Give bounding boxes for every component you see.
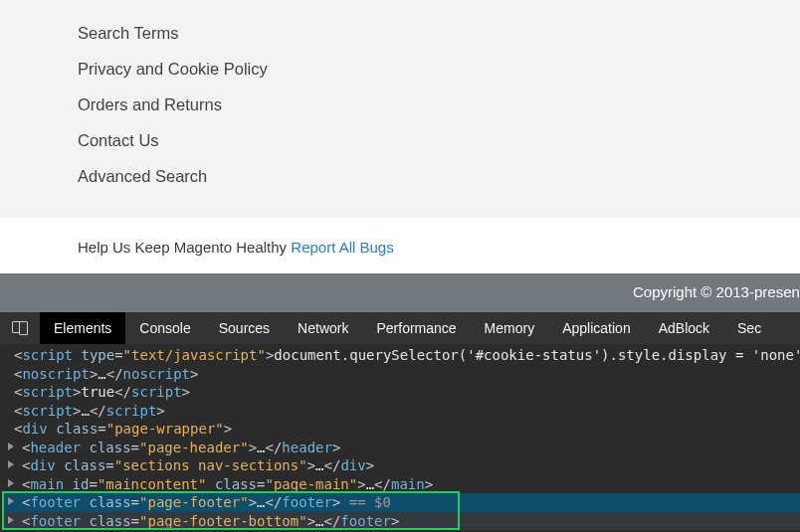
report-bugs-link[interactable]: Report All Bugs bbox=[291, 239, 393, 256]
source-row[interactable]: <script>true</script> bbox=[2, 383, 800, 401]
source-row[interactable]: <div class="page-wrapper"> bbox=[2, 420, 800, 438]
source-row[interactable]: <script type="text/javascript">document.… bbox=[2, 346, 800, 364]
elements-source-tree[interactable]: <script type="text/javascript">document.… bbox=[0, 344, 800, 532]
tab-application[interactable]: Application bbox=[548, 312, 645, 344]
tab-adblock[interactable]: AdBlock bbox=[645, 312, 723, 344]
source-row[interactable]: <noscript>…</noscript> bbox=[2, 365, 800, 383]
source-row[interactable]: <footer class="page-footer-bottom">…</fo… bbox=[2, 512, 800, 530]
selected-node-hint: == $0 bbox=[340, 494, 391, 510]
footer-link-advanced-search[interactable]: Advanced Search bbox=[78, 165, 800, 188]
expand-triangle-icon[interactable] bbox=[8, 443, 14, 450]
source-row[interactable]: <footer class="page-footer">…</footer> =… bbox=[2, 493, 800, 511]
help-bar-text: Help Us Keep Magento Healthy bbox=[78, 239, 291, 256]
tab-sources[interactable]: Sources bbox=[205, 312, 284, 344]
expand-triangle-icon[interactable] bbox=[8, 460, 14, 468]
devtools-panel: Elements Console Sources Network Perform… bbox=[0, 312, 800, 532]
tab-network[interactable]: Network bbox=[284, 312, 362, 344]
help-bar: Help Us Keep Magento Healthy Report All … bbox=[0, 218, 800, 273]
footer-link-search-terms[interactable]: Search Terms bbox=[78, 22, 800, 45]
expand-triangle-icon[interactable] bbox=[8, 497, 14, 505]
expand-triangle-icon[interactable] bbox=[8, 516, 14, 524]
source-row[interactable]: <script>…</script> bbox=[2, 402, 800, 420]
footer-link-privacy[interactable]: Privacy and Cookie Policy bbox=[78, 58, 800, 81]
expand-triangle-icon[interactable] bbox=[8, 479, 14, 487]
footer-link-contact-us[interactable]: Contact Us bbox=[78, 129, 800, 152]
copyright-text: Copyright © 2013-presen bbox=[0, 283, 800, 300]
footer-link-orders-returns[interactable]: Orders and Returns bbox=[78, 93, 800, 116]
tab-security[interactable]: Sec bbox=[723, 312, 775, 344]
tab-console[interactable]: Console bbox=[125, 312, 204, 344]
footer-links: Search Terms Privacy and Cookie Policy O… bbox=[0, 0, 800, 218]
device-toggle-icon[interactable] bbox=[0, 312, 40, 344]
tab-performance[interactable]: Performance bbox=[362, 312, 470, 344]
devtools-tabbar: Elements Console Sources Network Perform… bbox=[0, 312, 800, 344]
source-row[interactable]: <div class="sections nav-sections">…</di… bbox=[2, 456, 800, 474]
source-row[interactable]: <header class="page-header">…</header> bbox=[2, 439, 800, 456]
tab-elements[interactable]: Elements bbox=[40, 312, 125, 344]
page-preview: Search Terms Privacy and Cookie Policy O… bbox=[0, 0, 800, 312]
tab-memory[interactable]: Memory bbox=[471, 312, 549, 344]
source-row[interactable]: <main id="maincontent" class="page-main"… bbox=[2, 475, 800, 493]
copyright-bar: Copyright © 2013-presen bbox=[0, 273, 800, 312]
